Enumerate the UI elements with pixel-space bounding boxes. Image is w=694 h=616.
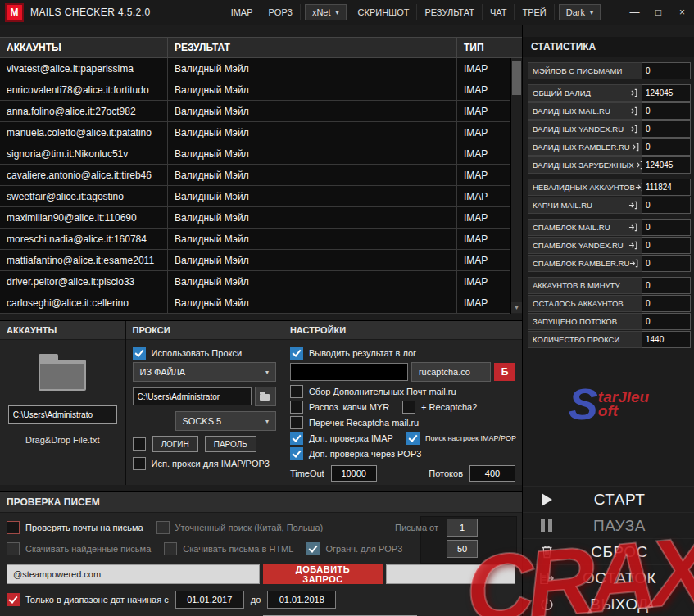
window-title: MAILS CHECKER 4.5.2.0 [30, 7, 150, 18]
export-arrow-icon[interactable] [628, 106, 637, 116]
download-html-checkbox[interactable] [164, 542, 177, 555]
proxy-path-input[interactable] [133, 387, 252, 405]
menu-xnet-dropdown[interactable]: xNet ▾ [305, 4, 347, 20]
stat-row: ОБЩИЙ ВАЛИД 124045 [528, 84, 691, 102]
close-button[interactable]: × [670, 0, 694, 25]
date-from-input[interactable] [175, 591, 244, 609]
folder-icon[interactable] [39, 360, 86, 391]
column-header-result[interactable]: РЕЗУЛЬТАТ [168, 38, 457, 57]
menu-pop3[interactable]: POP3 [261, 4, 301, 20]
timeout-input[interactable] [331, 465, 377, 482]
check-mail-for-letters-checkbox[interactable] [7, 521, 20, 534]
export-arrow-icon[interactable] [628, 223, 637, 232]
table-row[interactable]: anna.folino@alice.it:27oct982Валидный Мэ… [0, 101, 510, 122]
refined-search-checkbox[interactable] [156, 521, 170, 534]
login-button[interactable]: ЛОГИН [152, 436, 198, 452]
collect-mailru-label: Сбор Дополнительных Почт mail.ru [309, 387, 456, 396]
scroll-down-button[interactable]: ▼ [511, 302, 522, 313]
browse-proxy-file-button[interactable] [255, 387, 276, 406]
threads-input[interactable] [469, 465, 515, 482]
export-arrow-icon[interactable] [629, 259, 638, 268]
vertical-scrollbar[interactable]: ▼ [510, 58, 522, 314]
menu-tray[interactable]: ТРЕЙ [515, 4, 554, 20]
pop3-limit-input[interactable] [447, 540, 478, 558]
column-header-accounts[interactable]: АККАУНТЫ [0, 38, 168, 57]
column-header-type[interactable]: ТИП [457, 38, 522, 57]
export-arrow-icon[interactable] [630, 143, 639, 152]
imap-pop-settings-search-checkbox[interactable] [406, 432, 420, 445]
pause-label: ПАУЗА [559, 517, 694, 535]
stat-label-text: НЕВАЛИДНЫХ АККАУНТОВ [533, 183, 635, 192]
stat-row: НЕВАЛИДНЫХ АККАУНТОВ 111824 [528, 179, 691, 196]
captcha-service-select[interactable]: rucaptcha.co [411, 362, 491, 382]
exit-button[interactable]: ВЫХОД [523, 591, 694, 616]
recaptcha2-checkbox[interactable] [402, 401, 415, 414]
reset-button[interactable]: СБРОС [523, 538, 694, 564]
pop3-limit-checkbox[interactable] [306, 542, 320, 555]
export-arrow-icon[interactable] [635, 183, 642, 192]
recognize-captcha-checkbox[interactable] [290, 401, 303, 414]
menu-bar: IMAP POP3 xNet ▾ СКРИНШОТ РЕЗУЛЬТАТ ЧАТ … [224, 4, 605, 20]
menu-imap[interactable]: IMAP [224, 4, 261, 20]
pause-button[interactable]: ПАУЗА [523, 512, 694, 538]
search-query-input[interactable] [7, 564, 260, 584]
captcha-key-input[interactable] [290, 363, 408, 381]
export-arrow-icon[interactable] [628, 125, 637, 134]
collect-mailru-checkbox[interactable] [290, 385, 303, 398]
log-output-checkbox[interactable] [290, 346, 303, 360]
menu-result[interactable]: РЕЗУЛЬТАТ [417, 4, 482, 20]
table-row[interactable]: enricovalenti78@alice.it:fortitudoВалидн… [0, 79, 510, 101]
table-row[interactable]: mattiafantino@alice.it:esame2011Валидный… [0, 250, 510, 271]
stat-row: КОЛИЧЕСТВО ПРОКСИ 1440 [528, 331, 691, 348]
export-arrow-icon[interactable] [628, 201, 637, 210]
remainder-button[interactable]: ОСТАТОК [523, 564, 694, 591]
cell-result: Валидный Мэйл [168, 58, 457, 79]
chevron-down-icon: ▾ [265, 369, 269, 376]
menu-screenshot[interactable]: СКРИНШОТ [351, 4, 418, 20]
table-row[interactable]: sweetfair@alice.it:agostinoВалидный Мэйл… [0, 186, 510, 207]
minimize-button[interactable]: — [623, 0, 646, 25]
table-row[interactable]: signoria@tim.it:Nikonluc51vВалидный Мэйл… [0, 143, 510, 165]
extra-pop3-check-checkbox[interactable] [290, 447, 303, 460]
proxy-auth-checkbox[interactable] [133, 437, 146, 451]
scrollbar-thumb[interactable] [512, 61, 521, 95]
stat-value: 111824 [642, 179, 691, 196]
accounts-path-input[interactable] [8, 405, 117, 424]
add-query-button[interactable]: ДОБАВИТЬ ЗАПРОС [263, 564, 383, 584]
cell-result: Валидный Мэйл [168, 207, 457, 228]
menu-chat[interactable]: ЧАТ [483, 4, 515, 20]
menu-theme-dropdown[interactable]: Dark ▾ [559, 4, 601, 20]
export-arrow-icon[interactable] [634, 161, 643, 170]
download-letters-checkbox[interactable] [7, 542, 20, 555]
proxy-source-select[interactable]: ИЗ ФАЙЛА ▾ [133, 362, 276, 382]
cell-account: cavaliere.antonio@alice.it:tireb46 [0, 165, 168, 185]
table-row[interactable]: maximilian90@alice.it:110690Валидный Мэй… [0, 207, 510, 229]
extra-imap-check-checkbox[interactable] [290, 432, 303, 445]
balance-button[interactable]: Б [494, 363, 515, 381]
letters-from-input[interactable] [447, 519, 478, 537]
password-button[interactable]: ПАРОЛЬ [205, 436, 256, 452]
stat-label: ВАЛИДНЫХ RAMBLER.RU [528, 138, 642, 156]
table-row[interactable]: moreschi.nadia@alice.it:160784Валидный М… [0, 229, 510, 250]
table-row[interactable]: manuela.coletto@alice.it:patatinoВалидны… [0, 122, 510, 143]
download-html-label: Скачивать письма в HTML [183, 544, 293, 554]
starjleu-soft-logo: S tarJleu oft [569, 387, 649, 422]
cell-type: IMAP [457, 292, 510, 313]
start-button[interactable]: СТАРТ [523, 486, 694, 512]
proxy-type-select[interactable]: SOCKS 5 ▾ [175, 411, 276, 431]
proxy-for-imap-pop3-checkbox[interactable] [133, 457, 146, 470]
recheck-recaptcha-checkbox[interactable] [290, 416, 303, 429]
table-row[interactable]: driver.peltor@alice.it:piscio33Валидный … [0, 271, 510, 292]
export-arrow-icon[interactable] [628, 88, 637, 97]
date-to-input[interactable] [267, 591, 336, 609]
table-row[interactable]: cavaliere.antonio@alice.it:tireb46Валидн… [0, 165, 510, 186]
table-row[interactable]: carloseghi@alice.it:cellerinoВалидный Мэ… [0, 292, 510, 314]
table-row[interactable]: vivatest@alice.it:paperissimaВалидный Мэ… [0, 58, 510, 79]
date-range-checkbox[interactable] [7, 593, 20, 606]
maximize-button[interactable]: □ [646, 0, 670, 25]
stat-row: ВАЛИДНЫХ MAIL.RU 0 [528, 102, 691, 120]
brand-letter: S [569, 387, 598, 422]
use-proxy-checkbox[interactable] [133, 346, 146, 360]
extra-query-input[interactable] [386, 564, 515, 584]
export-arrow-icon[interactable] [628, 241, 637, 250]
